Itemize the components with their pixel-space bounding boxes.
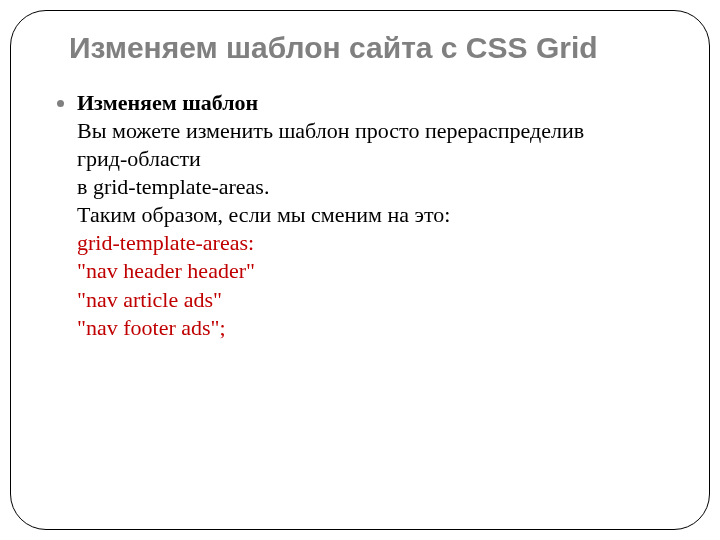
code-line-2: "nav header header"	[77, 257, 637, 285]
slide-title: Изменяем шаблон сайта с CSS Grid	[69, 29, 673, 67]
paragraph-2: Таким образом, если мы сменим на это:	[77, 201, 637, 229]
lead-line: Изменяем шаблон	[77, 89, 637, 117]
slide-frame: Изменяем шаблон сайта с CSS Grid Изменяе…	[10, 10, 710, 530]
paragraph-1b: в grid-template-areas.	[77, 173, 637, 201]
code-line-3: "nav article ads"	[77, 286, 637, 314]
code-line-1: grid-template-areas:	[77, 229, 637, 257]
paragraph-1a: Вы можете изменить шаблон просто перерас…	[77, 117, 637, 173]
code-line-4: "nav footer ads";	[77, 314, 637, 342]
slide-body: Изменяем шаблон Вы можете изменить шабло…	[77, 89, 637, 342]
